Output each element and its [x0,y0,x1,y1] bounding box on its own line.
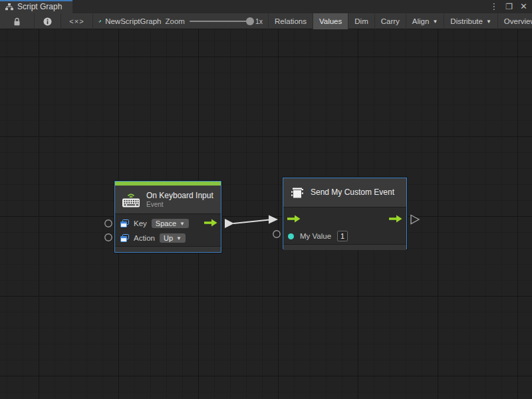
flow-output-arrow[interactable] [204,219,217,227]
menu-icon[interactable]: ⋮ [489,0,498,13]
node-footer [115,246,221,252]
node-subtitle: Event [146,201,213,208]
flow-wire[interactable] [233,220,269,224]
node-title: Send My Custom Event [311,188,394,198]
zoom-slider[interactable] [190,21,251,22]
values-button[interactable]: Values [313,13,348,29]
info-button[interactable] [35,13,61,29]
my-value-label: My Value [300,232,331,240]
node-header[interactable]: On Keyboard Input Event [115,186,221,213]
toolbar-toggle-buttons: Relations Values Dim Carry Align ▼ Distr… [269,13,532,29]
node-footer [283,244,406,250]
my-value-input[interactable]: 1 [337,231,348,241]
zoom-control: Zoom 1x [166,17,263,25]
distribute-button[interactable]: Distribute ▼ [444,13,498,29]
window-icon [120,219,129,227]
flow-input-arrow[interactable] [287,215,301,223]
tab-title: Script Graph [17,2,62,11]
action-port-label: Action [134,234,155,242]
chevron-down-icon: ▼ [180,221,185,227]
node-header[interactable]: Send My Custom Event [283,178,406,207]
graph-asset-icon [98,17,101,26]
flow-output-port-empty[interactable] [411,215,419,224]
tab-script-graph[interactable]: Script Graph [0,0,72,13]
flow-wire-start-connector[interactable] [225,219,234,228]
node-title: On Keyboard Input [146,191,213,201]
maximize-icon[interactable]: ❐ [505,0,513,13]
flow-output-arrow[interactable] [389,215,402,223]
carry-button[interactable]: Carry [375,13,406,29]
value-port-dot-icon[interactable] [288,233,294,239]
code-icon: <×> [69,17,84,25]
overview-button[interactable]: Overview [498,13,532,29]
graph-breadcrumb: NewScriptGraph Zoom 1x [93,13,269,29]
connections-overlay [0,29,532,399]
flow-wire-arrowhead [269,215,278,224]
chevron-down-icon: ▼ [432,19,438,25]
node-send-my-custom-event[interactable]: Send My Custom Event My Value 1 [283,178,407,249]
key-dropdown[interactable]: Space ▼ [152,219,189,228]
my-value-input-port[interactable] [273,231,280,237]
graph-name[interactable]: NewScriptGraph [105,17,161,25]
window-controls: ⋮ ❐ ✕ [489,0,527,13]
node-body: Key Space ▼ Action Up ▼ [115,213,221,246]
flow-port-row [283,209,406,228]
key-port-label: Key [134,219,147,227]
chevron-down-icon: ▼ [486,19,491,25]
relations-button[interactable]: Relations [269,13,313,29]
zoom-label: Zoom [166,17,185,25]
info-icon [43,17,52,26]
zoom-slider-handle[interactable] [246,17,254,25]
action-port-row: Action Up ▼ [115,231,221,245]
node-on-keyboard-input[interactable]: On Keyboard Input Event Key Space ▼ [114,181,221,253]
preview-code-button[interactable]: <×> [61,13,93,29]
lock-button[interactable] [0,13,35,29]
chevron-down-icon: ▼ [176,235,182,241]
tab-bar: Script Graph ⋮ ❐ ✕ [0,0,532,13]
window-icon [120,234,129,242]
dim-button[interactable]: Dim [348,13,374,29]
keyboard-input-icon [122,192,140,207]
key-input-port[interactable] [105,220,112,227]
action-input-port[interactable] [105,234,112,241]
action-dropdown[interactable]: Up ▼ [160,233,186,243]
align-button[interactable]: Align ▼ [406,13,445,29]
graph-canvas[interactable]: On Keyboard Input Event Key Space ▼ [0,29,532,399]
zoom-value: 1x [255,17,263,25]
close-icon[interactable]: ✕ [520,0,527,13]
my-value-port-row: My Value 1 [283,228,406,244]
node-body: My Value 1 [283,207,406,244]
graph-toolbar: <×> NewScriptGraph Zoom 1x Relations Val… [0,13,532,29]
lock-icon [13,17,21,26]
custom-event-icon [290,186,305,200]
graph-hierarchy-icon [5,3,13,11]
